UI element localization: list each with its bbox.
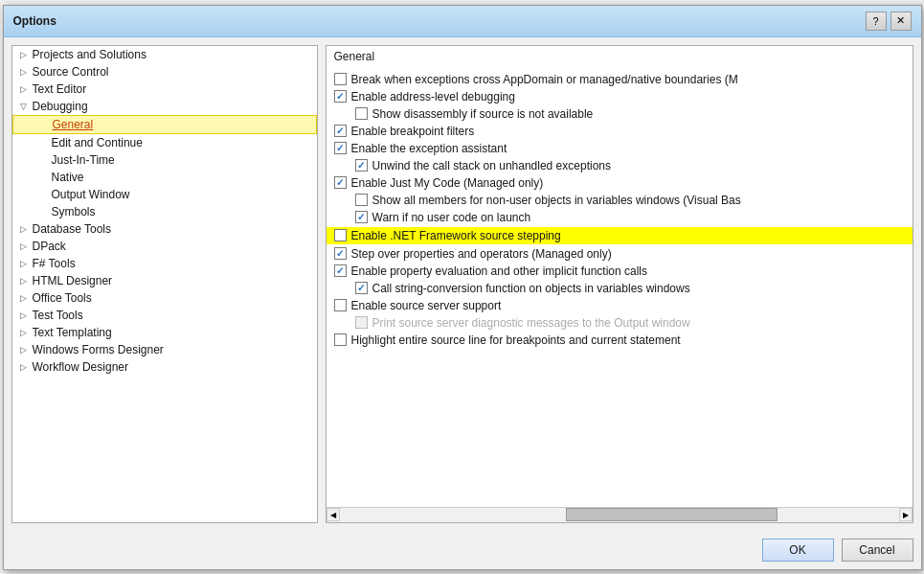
option-row-just-my-code: Enable Just My Code (Managed only): [334, 174, 905, 192]
checkbox-break-exceptions[interactable]: [334, 73, 347, 85]
tree-label-output-window: Output Window: [52, 188, 130, 201]
tree-label-winforms: Windows Forms Designer: [33, 343, 164, 356]
option-label-show-members: Show all members for non-user objects in…: [372, 194, 741, 207]
tree-label-native: Native: [52, 171, 84, 184]
tree-label-database-tools: Database Tools: [33, 222, 112, 236]
tree-label-general: General: [53, 118, 94, 131]
checkbox-breakpoint-filters[interactable]: [334, 125, 347, 137]
option-label-print-diagnostic: Print source server diagnostic messages …: [372, 316, 690, 330]
option-row-net-framework-stepping: Enable .NET Framework source stepping: [327, 227, 913, 244]
tree-view: ▷Projects and Solutions▷Source Control▷T…: [12, 46, 317, 522]
tree-label-text-templating: Text Templating: [33, 326, 112, 339]
option-row-property-eval: Enable property evaluation and other imp…: [334, 263, 905, 280]
tree-item-edit-continue[interactable]: Edit and Continue: [12, 134, 317, 151]
checkbox-unwind-callstack[interactable]: [355, 159, 368, 172]
checkbox-warn-no-user-code[interactable]: [355, 211, 368, 223]
option-label-break-exceptions: Break when exceptions cross AppDomain or…: [351, 73, 738, 86]
checkbox-net-framework-stepping[interactable]: [334, 229, 347, 241]
tree-label-symbols: Symbols: [52, 205, 96, 218]
option-row-source-server: Enable source server support: [334, 297, 905, 314]
title-bar-left: Options: [13, 14, 56, 28]
tree-item-html-designer[interactable]: ▷HTML Designer: [12, 272, 317, 289]
tree-label-projects: Projects and Solutions: [33, 48, 146, 61]
tree-item-just-in-time[interactable]: Just-In-Time: [12, 151, 317, 169]
title-bar: Options ? ✕: [4, 6, 921, 37]
option-label-highlight-source-line: Highlight entire source line for breakpo…: [351, 333, 681, 347]
tree-item-test-tools[interactable]: ▷Test Tools: [12, 307, 317, 324]
tree-item-projects[interactable]: ▷Projects and Solutions: [12, 46, 317, 63]
option-label-address-debug: Enable address-level debugging: [351, 90, 515, 103]
checkbox-source-server[interactable]: [334, 299, 347, 311]
tree-label-test-tools: Test Tools: [33, 309, 83, 322]
expand-arrow-text-templating: ▷: [20, 328, 30, 337]
right-panel: General Break when exceptions cross AppD…: [326, 45, 913, 523]
checkbox-highlight-source-line[interactable]: [334, 333, 347, 346]
scroll-left-btn[interactable]: ◀: [327, 508, 340, 521]
options-dialog: Options ? ✕ ▷Projects and Solutions▷Sour…: [3, 5, 922, 570]
scrollbar-thumb[interactable]: [566, 508, 778, 521]
option-row-unwind-callstack: Unwind the call stack on unhandled excep…: [334, 157, 905, 174]
tree-item-text-editor[interactable]: ▷Text Editor: [12, 80, 317, 98]
tree-item-output-window[interactable]: Output Window: [12, 186, 317, 203]
close-button[interactable]: ✕: [890, 11, 912, 31]
tree-label-dpack: DPack: [33, 240, 66, 253]
expand-arrow-winforms: ▷: [20, 345, 30, 355]
tree-label-just-in-time: Just-In-Time: [52, 153, 115, 167]
content-area: ▷Projects and Solutions▷Source Control▷T…: [4, 37, 921, 531]
option-label-call-string-conversion: Call string-conversion function on objec…: [372, 282, 690, 295]
option-row-address-debug: Enable address-level debugging: [334, 88, 905, 105]
tree-item-native[interactable]: Native: [12, 169, 317, 186]
scroll-right-btn[interactable]: ▶: [899, 508, 913, 521]
tree-item-symbols[interactable]: Symbols: [12, 203, 317, 220]
option-row-print-diagnostic: Print source server diagnostic messages …: [334, 314, 905, 332]
expand-arrow-test-tools: ▷: [20, 310, 30, 320]
option-row-call-string-conversion: Call string-conversion function on objec…: [334, 280, 905, 297]
bottom-area: OK Cancel: [4, 531, 921, 569]
options-group: General Break when exceptions cross AppD…: [326, 45, 913, 523]
tree-label-office-tools: Office Tools: [33, 291, 92, 305]
option-label-warn-no-user-code: Warn if no user code on launch: [372, 211, 531, 224]
checkbox-disassembly[interactable]: [355, 107, 368, 120]
option-row-breakpoint-filters: Enable breakpoint filters: [334, 123, 905, 140]
checkbox-just-my-code[interactable]: [334, 176, 347, 189]
left-panel: ▷Projects and Solutions▷Source Control▷T…: [11, 45, 318, 523]
help-button[interactable]: ?: [866, 11, 887, 31]
tree-item-workflow[interactable]: ▷Workflow Designer: [12, 358, 317, 376]
tree-item-source[interactable]: ▷Source Control: [12, 63, 317, 80]
checkbox-print-diagnostic[interactable]: [355, 316, 368, 329]
tree-item-debugging[interactable]: ▽Debugging: [12, 98, 317, 115]
title-bar-controls: ? ✕: [866, 11, 912, 31]
option-row-step-over: Step over properties and operators (Mana…: [334, 245, 905, 263]
tree-label-edit-continue: Edit and Continue: [52, 136, 143, 149]
tree-label-workflow: Workflow Designer: [33, 360, 128, 374]
tree-label-html-designer: HTML Designer: [33, 274, 113, 287]
tree-item-winforms[interactable]: ▷Windows Forms Designer: [12, 341, 317, 358]
checkbox-exception-assistant[interactable]: [334, 142, 347, 154]
checkbox-show-members[interactable]: [355, 194, 368, 206]
tree-item-database-tools[interactable]: ▷Database Tools: [12, 220, 317, 238]
option-label-disassembly: Show disassembly if source is not availa…: [372, 107, 594, 121]
tree-item-dpack[interactable]: ▷DPack: [12, 238, 317, 255]
ok-button[interactable]: OK: [762, 539, 834, 562]
expand-arrow-source: ▷: [20, 67, 30, 77]
expand-arrow-projects: ▷: [20, 50, 30, 59]
option-label-net-framework-stepping: Enable .NET Framework source stepping: [351, 229, 561, 242]
tree-item-text-templating[interactable]: ▷Text Templating: [12, 324, 317, 341]
option-label-just-my-code: Enable Just My Code (Managed only): [351, 176, 544, 190]
tree-item-office-tools[interactable]: ▷Office Tools: [12, 289, 317, 307]
tree-item-general[interactable]: General: [12, 115, 317, 134]
checkbox-step-over[interactable]: [334, 247, 347, 260]
option-label-unwind-callstack: Unwind the call stack on unhandled excep…: [372, 159, 612, 172]
option-label-step-over: Step over properties and operators (Mana…: [351, 247, 612, 261]
tree-label-source: Source Control: [33, 65, 109, 79]
checkbox-call-string-conversion[interactable]: [355, 282, 368, 294]
tree-item-fsharp[interactable]: ▷F# Tools: [12, 255, 317, 272]
checkbox-property-eval[interactable]: [334, 264, 347, 277]
checkbox-address-debug[interactable]: [334, 90, 347, 103]
horizontal-scrollbar[interactable]: ◀ ▶: [327, 507, 913, 522]
expand-arrow-text-editor: ▷: [20, 84, 30, 94]
option-label-source-server: Enable source server support: [351, 299, 502, 312]
option-row-show-members: Show all members for non-user objects in…: [334, 192, 905, 209]
options-list: Break when exceptions cross AppDomain or…: [327, 67, 913, 507]
cancel-button[interactable]: Cancel: [842, 539, 913, 562]
